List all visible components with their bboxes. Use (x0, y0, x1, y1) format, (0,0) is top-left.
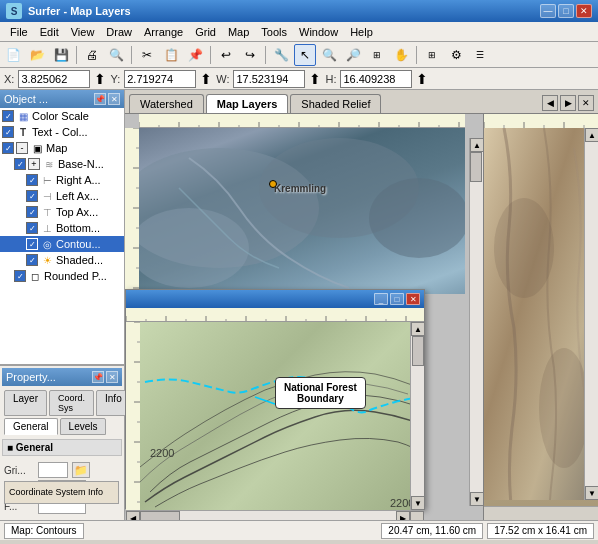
x-spin-up[interactable]: ⬆ (94, 71, 106, 87)
inner-minimize-button[interactable]: _ (374, 293, 388, 305)
tree-check-left-ax[interactable]: ✓ (26, 190, 38, 202)
save-button[interactable]: 💾 (50, 44, 72, 66)
menu-help[interactable]: Help (344, 24, 379, 40)
w-spin-up[interactable]: ⬆ (309, 71, 321, 87)
tree-item-contou[interactable]: ✓ ◎ Contou... (0, 236, 124, 252)
tree-check-shaded[interactable]: ✓ (26, 254, 38, 266)
tree-item-text[interactable]: ✓ T Text - Col... (0, 124, 124, 140)
main-scroll-down[interactable]: ▼ (470, 492, 484, 506)
copy-button[interactable]: 📋 (160, 44, 182, 66)
select-button[interactable]: ↖ (294, 44, 316, 66)
settings-button[interactable]: ⚙ (445, 44, 467, 66)
menu-file[interactable]: File (4, 24, 34, 40)
tab-map-layers[interactable]: Map Layers (206, 94, 289, 113)
tree-check-base-n[interactable]: ✓ (14, 158, 26, 170)
tree-item-map[interactable]: ✓ - ▣ Map (0, 140, 124, 156)
tree-item-rounded[interactable]: ✓ ◻ Rounded P... (0, 268, 124, 284)
tool1-button[interactable]: 🔧 (270, 44, 292, 66)
main-scroll-up[interactable]: ▲ (470, 138, 484, 152)
tree-check-map[interactable]: ✓ (2, 142, 14, 154)
scroll-thumb-h[interactable] (140, 511, 180, 520)
props-button[interactable]: ☰ (469, 44, 491, 66)
map-area[interactable]: Kremmling _ □ ✕ (125, 114, 598, 520)
main-scroll-v[interactable]: ▲ ▼ (469, 138, 483, 506)
menu-grid[interactable]: Grid (189, 24, 222, 40)
paste-button[interactable]: 📌 (184, 44, 206, 66)
tree-check-top-ax[interactable]: ✓ (26, 206, 38, 218)
scroll-left-button[interactable]: ◀ (126, 511, 140, 520)
panel-pin-button[interactable]: 📌 (94, 93, 106, 105)
close-button[interactable]: ✕ (576, 4, 592, 18)
main-scroll-thumb[interactable] (470, 152, 482, 182)
tree-check-text[interactable]: ✓ (2, 126, 14, 138)
shaded-scroll-up[interactable]: ▲ (585, 128, 598, 142)
zoom-out-button[interactable]: 🔎 (342, 44, 364, 66)
tab-close-button[interactable]: ✕ (578, 95, 594, 111)
tab-coord-system[interactable]: Coord. Sys (49, 390, 94, 416)
gri-file-button[interactable]: 📁 (72, 462, 90, 478)
scroll-thumb-v[interactable] (412, 336, 424, 366)
tree-check-rounded[interactable]: ✓ (14, 270, 26, 282)
tab-layer[interactable]: Layer (4, 390, 47, 416)
tree-check-contou[interactable]: ✓ (26, 238, 38, 250)
tree-check-color-scale[interactable]: ✓ (2, 110, 14, 122)
prop-close-button[interactable]: ✕ (106, 371, 118, 383)
tree-item-left-ax[interactable]: ✓ ⊣ Left Ax... (0, 188, 124, 204)
tree-item-top-ax[interactable]: ✓ ⊤ Top Ax... (0, 204, 124, 220)
scroll-bottom[interactable]: ◀ ▶ (126, 510, 424, 520)
inner-close-button[interactable]: ✕ (406, 293, 420, 305)
tab-scroll-right[interactable]: ▶ (560, 95, 576, 111)
tree-item-color-scale[interactable]: ✓ ▦ Color Scale (0, 108, 124, 124)
tree-check-bottom[interactable]: ✓ (26, 222, 38, 234)
scroll-right[interactable]: ▲ ▼ (410, 322, 424, 510)
open-button[interactable]: 📂 (26, 44, 48, 66)
w-input[interactable] (233, 70, 305, 88)
scroll-down-button[interactable]: ▼ (411, 496, 425, 510)
menu-arrange[interactable]: Arrange (138, 24, 189, 40)
maximize-button[interactable]: □ (558, 4, 574, 18)
grid-button[interactable]: ⊞ (421, 44, 443, 66)
menu-map[interactable]: Map (222, 24, 255, 40)
national-forest-label: National ForestBoundary (275, 377, 366, 409)
cut-button[interactable]: ✂ (136, 44, 158, 66)
undo-button[interactable]: ↩ (215, 44, 237, 66)
prop-pin-button[interactable]: 📌 (92, 371, 104, 383)
scroll-right-button[interactable]: ▶ (396, 511, 410, 520)
tree-item-right-a[interactable]: ✓ ⊢ Right A... (0, 172, 124, 188)
tab-levels[interactable]: Levels (60, 418, 107, 435)
tree-item-bottom[interactable]: ✓ ⊥ Bottom... (0, 220, 124, 236)
tab-general[interactable]: General (4, 418, 58, 435)
tab-watershed[interactable]: Watershed (129, 94, 204, 113)
y-spin-up[interactable]: ⬆ (200, 71, 212, 87)
zoom-fit-button[interactable]: ⊞ (366, 44, 388, 66)
h-spin-up[interactable]: ⬆ (416, 71, 428, 87)
minimize-button[interactable]: — (540, 4, 556, 18)
redo-button[interactable]: ↪ (239, 44, 261, 66)
zoom-in-button[interactable]: 🔍 (318, 44, 340, 66)
menu-window[interactable]: Window (293, 24, 344, 40)
map-expander[interactable]: - (16, 142, 28, 154)
shaded-scroll-v[interactable]: ▲ ▼ (584, 128, 598, 500)
inner-maximize-button[interactable]: □ (390, 293, 404, 305)
scroll-up-button[interactable]: ▲ (411, 322, 425, 336)
new-button[interactable]: 📄 (2, 44, 24, 66)
tab-shaded-relief[interactable]: Shaded Relief (290, 94, 381, 113)
menu-view[interactable]: View (65, 24, 101, 40)
preview-button[interactable]: 🔍 (105, 44, 127, 66)
y-input[interactable] (124, 70, 196, 88)
tree-check-right-a[interactable]: ✓ (26, 174, 38, 186)
tree-item-shaded[interactable]: ✓ ☀ Shaded... (0, 252, 124, 268)
panel-close-button[interactable]: ✕ (108, 93, 120, 105)
menu-tools[interactable]: Tools (255, 24, 293, 40)
menu-draw[interactable]: Draw (100, 24, 138, 40)
pan-button[interactable]: ✋ (390, 44, 412, 66)
print-button[interactable]: 🖨 (81, 44, 103, 66)
menu-edit[interactable]: Edit (34, 24, 65, 40)
tab-scroll-left[interactable]: ◀ (542, 95, 558, 111)
x-input[interactable] (18, 70, 90, 88)
tree-item-base-n[interactable]: ✓ + ≋ Base-N... (0, 156, 124, 172)
shaded-scroll-down[interactable]: ▼ (585, 486, 598, 500)
h-input[interactable] (340, 70, 412, 88)
base-n-expander[interactable]: + (28, 158, 40, 170)
shaded-scroll-h[interactable] (484, 506, 598, 520)
